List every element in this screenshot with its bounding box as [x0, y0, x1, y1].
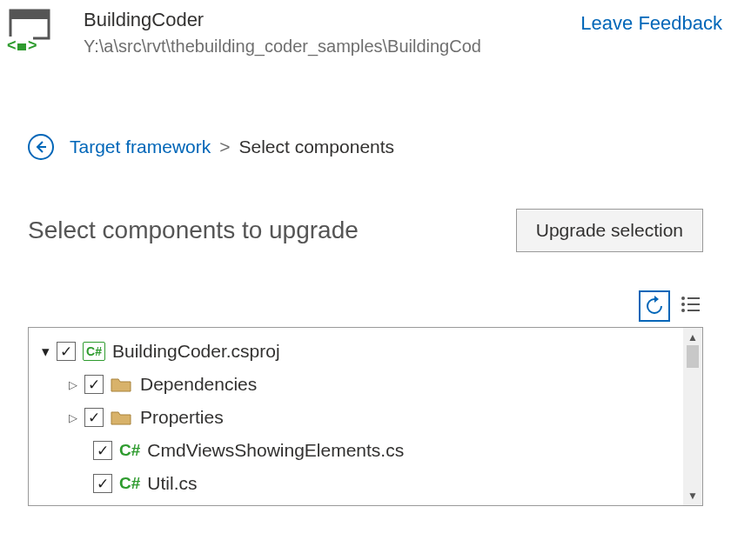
tree-node-dependencies[interactable]: ✓ Dependencies — [37, 368, 683, 401]
project-title: BuildingCoder — [84, 9, 570, 31]
back-button[interactable] — [28, 134, 54, 160]
checkbox[interactable]: ✓ — [93, 474, 112, 493]
project-icon: < > — [5, 7, 57, 59]
folder-icon — [111, 377, 131, 392]
svg-text:>: > — [28, 37, 37, 54]
expander-icon[interactable] — [37, 343, 53, 361]
checkbox[interactable]: ✓ — [93, 441, 112, 460]
checkbox[interactable]: ✓ — [84, 375, 104, 394]
tree-node-label: Properties — [140, 407, 224, 428]
refresh-icon — [644, 296, 665, 317]
checkbox[interactable]: ✓ — [57, 342, 76, 361]
arrow-left-icon — [34, 140, 48, 154]
expander-icon[interactable] — [65, 378, 81, 391]
csproj-icon: C# — [83, 342, 105, 361]
tree-body: ✓ C# BuildingCoder.csproj ✓ Dependencies… — [29, 328, 683, 505]
breadcrumb-separator: > — [219, 137, 230, 157]
list-options-icon — [679, 292, 703, 317]
component-tree: ✓ C# BuildingCoder.csproj ✓ Dependencies… — [28, 327, 703, 506]
tree-toolbar — [28, 290, 703, 322]
expander-icon[interactable] — [65, 411, 81, 424]
tree-node-properties[interactable]: ✓ Properties — [37, 401, 683, 434]
tree-node-file[interactable]: ✓ C# CmdViewsShowingElements.cs — [37, 434, 683, 467]
header: < > BuildingCoder Y:\a\src\rvt\thebuildi… — [0, 0, 731, 59]
tree-node-label: Dependencies — [140, 374, 257, 395]
scroll-thumb[interactable] — [687, 345, 699, 368]
scroll-down-arrow[interactable]: ▼ — [687, 490, 698, 502]
tree-node-label: BuildingCoder.csproj — [112, 341, 280, 362]
scroll-up-arrow[interactable]: ▲ — [687, 331, 698, 343]
csharp-file-icon: C# — [119, 441, 140, 460]
breadcrumb: Target framework > Select components — [28, 134, 731, 160]
svg-point-9 — [681, 303, 685, 306]
list-options-button[interactable] — [679, 292, 703, 320]
svg-rect-4 — [17, 43, 26, 50]
breadcrumb-link-target-framework[interactable]: Target framework — [70, 137, 211, 157]
upgrade-selection-button[interactable]: Upgrade selection — [516, 209, 703, 252]
refresh-button[interactable] — [639, 290, 670, 322]
breadcrumb-current: Select components — [238, 137, 394, 157]
svg-rect-1 — [10, 10, 49, 19]
tree-node-label: Util.cs — [147, 473, 197, 494]
svg-text:<: < — [7, 37, 17, 54]
svg-point-7 — [681, 297, 685, 300]
project-path: Y:\a\src\rvt\thebuilding_coder_samples\B… — [84, 37, 570, 57]
tree-node-label: CmdViewsShowingElements.cs — [147, 440, 404, 461]
csharp-file-icon: C# — [119, 474, 140, 493]
svg-point-11 — [681, 309, 685, 312]
page-heading: Select components to upgrade — [28, 217, 359, 244]
leave-feedback-link[interactable]: Leave Feedback — [580, 12, 722, 35]
scrollbar[interactable]: ▲ ▼ — [683, 328, 702, 505]
heading-row: Select components to upgrade Upgrade sel… — [28, 209, 703, 252]
folder-icon — [111, 410, 131, 425]
checkbox[interactable]: ✓ — [84, 408, 104, 427]
tree-node-file[interactable]: ✓ C# Util.cs — [37, 467, 683, 500]
header-text: BuildingCoder Y:\a\src\rvt\thebuilding_c… — [84, 7, 570, 57]
tree-node-root[interactable]: ✓ C# BuildingCoder.csproj — [37, 335, 683, 368]
